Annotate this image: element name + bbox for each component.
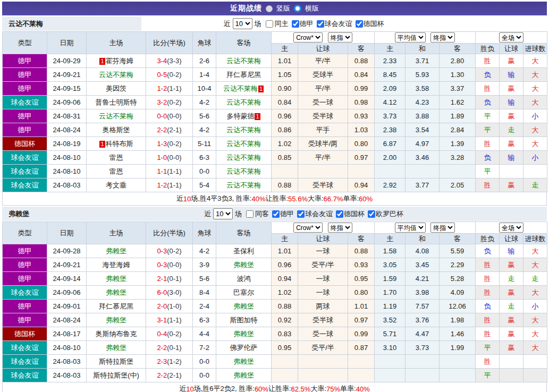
- horizontal-layout-label[interactable]: 横版: [305, 4, 319, 13]
- league-checkbox[interactable]: [368, 210, 375, 218]
- summary-segment: 55.6%: [288, 195, 308, 203]
- league-checkbox[interactable]: [297, 210, 305, 218]
- avg-away: [440, 369, 476, 382]
- score-cell: 0-3(0-0): [146, 258, 193, 272]
- odds-home: [272, 355, 298, 369]
- full-time-score: 2-2: [157, 126, 167, 134]
- away-team-cell: 佛罗伦萨: [216, 341, 272, 355]
- corner-score: 2-4: [193, 300, 216, 313]
- same-venue-checkbox[interactable]: [266, 20, 273, 28]
- result-goals: 大: [523, 244, 547, 258]
- league-filter-europa[interactable]: 欧罗巴杯: [365, 209, 403, 219]
- odds-handicap: 一球: [298, 286, 348, 300]
- league-badge: 球会友谊: [3, 165, 47, 178]
- score-cell: 2-1(0-1): [146, 272, 193, 286]
- same-venue-checkbox[interactable]: [246, 210, 254, 218]
- league-badge: 德甲: [3, 300, 47, 313]
- match-row: 球会友谊24-08-10雷恩1-0(0-0)6-3云达不莱梅0.85平/半0.9…: [3, 151, 547, 165]
- result-handicap: 输: [500, 244, 523, 258]
- scope-select[interactable]: 全场: [499, 32, 523, 42]
- league-badge: 德甲: [3, 82, 47, 96]
- avg-draw: 3.58: [406, 82, 440, 96]
- league-filter-bundesliga[interactable]: 德甲: [289, 19, 314, 29]
- scope-select[interactable]: 全场: [499, 223, 523, 233]
- odds-home: 0.88: [272, 300, 298, 313]
- odds-final-select[interactable]: 终指: [328, 223, 352, 233]
- away-team-cell: 弗赖堡: [216, 369, 272, 382]
- score-cell: 0-4(0-2): [146, 327, 193, 341]
- result-handicap: 赢: [500, 327, 523, 341]
- avg-draw: 3.71: [406, 54, 440, 68]
- team-name: 斯特拉斯堡(中): [93, 371, 139, 379]
- league-filter-dfb-pokal[interactable]: 德国杯: [352, 19, 384, 29]
- recent-count-select[interactable]: 10: [233, 18, 252, 29]
- result-wdl: 胜: [476, 286, 500, 300]
- league-filter-friendly[interactable]: 球会友谊: [314, 19, 352, 29]
- league-checkbox[interactable]: [292, 20, 299, 28]
- match-date: 24-08-17: [47, 327, 87, 341]
- league-badge: 球会友谊: [3, 178, 47, 192]
- avg-source-select[interactable]: 平均值: [395, 32, 426, 42]
- corner-score: 4-2: [193, 123, 216, 137]
- odds-final-select[interactable]: 终指: [328, 32, 352, 42]
- col-home: 主场: [87, 32, 146, 54]
- league-checkbox[interactable]: [356, 20, 363, 28]
- sub-result-wdl: 胜负: [476, 44, 500, 54]
- result-goals: 大: [523, 286, 547, 300]
- team-name: 弗赖堡: [233, 302, 254, 310]
- league-filter-dfb-pokal[interactable]: 德国杯: [333, 209, 365, 219]
- full-time-score: 0-5: [157, 71, 167, 79]
- league-filter-friendly[interactable]: 球会友谊: [294, 209, 333, 219]
- summary-segment: 60%: [255, 385, 268, 392]
- sub-handicap: 让球: [298, 44, 348, 54]
- half-time-score: (1-1): [167, 181, 181, 189]
- corner-score: 10-4: [193, 82, 216, 96]
- result-goals: 走: [523, 272, 547, 286]
- recent-label: 近: [224, 19, 231, 29]
- header-dropdown-row: 类型 日期 主场 比分(半场) 角球 客场 Crow* 终指 平均值 终指 全场: [3, 32, 547, 44]
- full-time-score: 1-2: [157, 84, 167, 92]
- corner-score: 1-4: [193, 68, 216, 82]
- team-name: 云达不莱梅: [226, 126, 261, 134]
- vertical-layout-radio[interactable]: [266, 5, 273, 12]
- corner-score: 5-6: [193, 272, 216, 286]
- odds-handicap: 平/半: [298, 54, 348, 68]
- home-team-cell: 奥格斯堡: [87, 123, 146, 137]
- full-time-score: 3-4: [157, 57, 167, 65]
- match-date: 24-09-14: [47, 272, 87, 286]
- sub-odds-home: 主: [272, 234, 298, 244]
- avg-draw: 5.93: [406, 68, 440, 82]
- recent-count-select[interactable]: 10: [213, 208, 233, 219]
- avg-source-select[interactable]: 平均值: [395, 223, 426, 233]
- team-name: 弗赖堡: [233, 371, 254, 379]
- odds-source-select[interactable]: Crow*: [293, 223, 323, 233]
- sub-result-handicap: 让球: [500, 234, 523, 244]
- avg-final-select[interactable]: 终指: [430, 32, 455, 42]
- odds-source-select[interactable]: Crow*: [293, 32, 323, 42]
- full-time-score: 1-3: [157, 140, 167, 148]
- corner-score: 6-3: [193, 151, 216, 165]
- league-checkbox[interactable]: [336, 210, 343, 218]
- league-badge: 德甲: [3, 54, 47, 68]
- league-filter-bundesliga[interactable]: 德甲: [269, 209, 294, 219]
- odds-handicap: 一球: [298, 272, 348, 286]
- odds-away: 0.95: [348, 272, 375, 286]
- team-name: 奥格斯堡: [103, 126, 130, 134]
- away-team-cell: 云达不莱梅: [216, 178, 272, 192]
- avg-final-select[interactable]: 终指: [430, 223, 455, 233]
- result-handicap: 赢: [500, 54, 523, 68]
- result-handicap: 输: [500, 68, 523, 82]
- horizontal-layout-radio[interactable]: [294, 5, 301, 12]
- home-team-cell: 弗赖堡: [87, 341, 146, 355]
- league-checkbox[interactable]: [317, 20, 324, 28]
- result-handicap: 赢: [500, 178, 523, 192]
- vertical-layout-label[interactable]: 竖版: [276, 4, 290, 13]
- odds-home: 0.96: [272, 109, 298, 123]
- odds-away: 0.87: [348, 341, 375, 355]
- result-wdl: 胜: [476, 313, 500, 327]
- league-checkbox[interactable]: [272, 210, 280, 218]
- team-name: 考文垂: [106, 181, 126, 189]
- corner-score: 3-9: [193, 258, 216, 272]
- team-name: 弗赖堡: [233, 330, 254, 338]
- avg-draw: 4.97: [406, 137, 440, 151]
